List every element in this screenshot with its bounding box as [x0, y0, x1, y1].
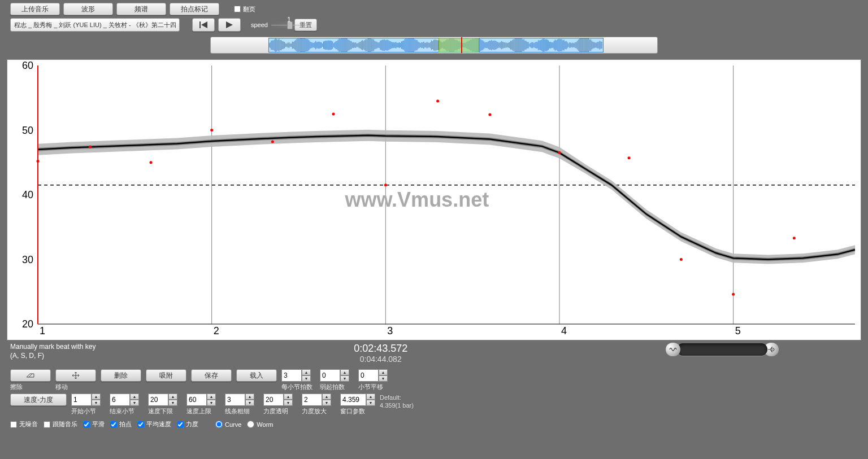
load-button[interactable]: 载入	[236, 369, 277, 382]
start-bar-label: 开始小节	[71, 407, 105, 416]
svg-text:30: 30	[22, 254, 33, 265]
avg-tempo-checkbox[interactable]: 平均速度	[137, 420, 171, 429]
dynamics-checkbox[interactable]: 力度	[177, 420, 198, 429]
spectrum-button[interactable]: 频谱	[116, 3, 166, 15]
flip-page-label: 翻页	[243, 5, 255, 14]
delete-button[interactable]: 删除	[101, 369, 141, 382]
svg-point-329	[488, 113, 491, 116]
speed-slider[interactable]	[271, 19, 311, 30]
tempo-min-spinner[interactable]: ▲▼	[148, 394, 177, 406]
erase-button[interactable]	[10, 369, 51, 382]
curve-radio[interactable]: Curve	[215, 421, 241, 428]
tempo-chart[interactable]: 123452030405060 www.Vmus.net	[7, 59, 861, 340]
svg-point-333	[732, 293, 735, 296]
tempo-min-label: 速度下限	[148, 407, 182, 416]
svg-point-322	[89, 146, 92, 148]
time-total: 0:04:44.082	[96, 355, 666, 364]
bar-offset-spinner[interactable]: ▲▼	[358, 369, 388, 382]
tempo-max-label: 速度上限	[186, 407, 220, 416]
no-noise-checkbox[interactable]: 无噪音	[10, 420, 38, 429]
speed-value: 1	[287, 16, 291, 24]
svg-point-330	[558, 151, 561, 154]
svg-point-326	[332, 112, 335, 115]
svg-point-325	[271, 141, 274, 143]
beat-mark-button[interactable]: 拍点标记	[170, 3, 219, 15]
smooth-checkbox[interactable]: 平滑	[83, 420, 105, 429]
tempo-max-spinner[interactable]: ▲▼	[186, 394, 216, 406]
svg-point-331	[628, 156, 631, 159]
svg-text:60: 60	[22, 60, 33, 71]
svg-point-327	[384, 183, 387, 186]
upbeat-label: 弱起拍数	[320, 383, 354, 391]
window-spinner[interactable]: ▲▼	[340, 394, 375, 406]
svg-point-332	[680, 258, 683, 261]
line-thick-label: 线条粗细	[225, 407, 259, 416]
track-select-label: 程志 _ 殷秀梅 _ 刘跃 (YUE LIU) _ 关牧村 - 《秋》第二十四：	[14, 21, 180, 29]
svg-text:2: 2	[214, 325, 219, 336]
worm-radio[interactable]: Worm	[247, 421, 273, 428]
svg-text:50: 50	[22, 125, 33, 136]
svg-text:40: 40	[22, 189, 33, 200]
waveform-button[interactable]: 波形	[63, 3, 113, 15]
upbeat-spinner[interactable]: ▲▼	[320, 369, 349, 382]
tempo-chart-svg: 123452030405060	[7, 60, 861, 340]
loudness-slider[interactable]	[677, 343, 767, 356]
snap-button[interactable]: 吸附	[146, 369, 186, 382]
end-bar-label: 结束小节	[110, 407, 144, 416]
time-current: 0:02:43.572	[96, 343, 666, 355]
beats-checkbox[interactable]: 拍点	[110, 420, 132, 429]
beats-per-bar-spinner[interactable]: ▲▼	[281, 369, 311, 382]
bar-offset-label: 小节平移	[358, 383, 392, 391]
svg-text:20: 20	[22, 318, 33, 330]
svg-point-328	[436, 99, 439, 102]
svg-point-323	[149, 161, 152, 164]
window-label: 窗口参数	[340, 407, 375, 416]
follow-checkbox[interactable]: 跟随音乐	[44, 420, 77, 429]
waveform-overview[interactable]	[210, 37, 658, 54]
save-button[interactable]: 保存	[191, 369, 232, 382]
hint-text: Manually mark beat with key (A, S, D, F)	[10, 343, 96, 360]
beats-per-bar-label: 每小节拍数	[281, 383, 315, 391]
start-bar-spinner[interactable]: ▲▼	[71, 394, 101, 406]
svg-marker-1	[201, 21, 207, 28]
dyn-alpha-label: 力度透明	[263, 407, 297, 416]
speed-label: speed	[251, 21, 268, 28]
move-label: 移动	[55, 383, 96, 391]
loudness-left-cap	[666, 343, 680, 356]
svg-point-334	[793, 237, 796, 239]
dyn-zoom-label: 力度放大	[302, 407, 336, 416]
svg-text:3: 3	[387, 325, 393, 336]
svg-point-324	[210, 129, 213, 132]
move-button[interactable]	[55, 369, 96, 382]
svg-text:1: 1	[40, 325, 45, 336]
end-bar-spinner[interactable]: ▲▼	[110, 394, 139, 406]
svg-rect-0	[199, 21, 201, 28]
dyn-alpha-spinner[interactable]: ▲▼	[263, 394, 293, 406]
upload-music-button[interactable]: 上传音乐	[10, 3, 60, 15]
mode-button[interactable]: 速度-力度	[10, 394, 67, 406]
svg-text:4: 4	[561, 325, 567, 336]
erase-label: 擦除	[10, 383, 51, 391]
prev-button[interactable]	[192, 18, 215, 32]
flip-page-checkbox[interactable]: 翻页	[234, 5, 255, 14]
line-thick-spinner[interactable]: ▲▼	[225, 394, 254, 406]
svg-text:5: 5	[735, 325, 741, 336]
default-text: Default: 4.359(1 bar)	[380, 394, 414, 410]
track-select[interactable]: 程志 _ 殷秀梅 _ 刘跃 (YUE LIU) _ 关牧村 - 《秋》第二十四：	[10, 18, 180, 32]
dyn-zoom-spinner[interactable]: ▲▼	[302, 394, 331, 406]
svg-marker-2	[226, 21, 233, 28]
play-button[interactable]	[218, 18, 241, 32]
